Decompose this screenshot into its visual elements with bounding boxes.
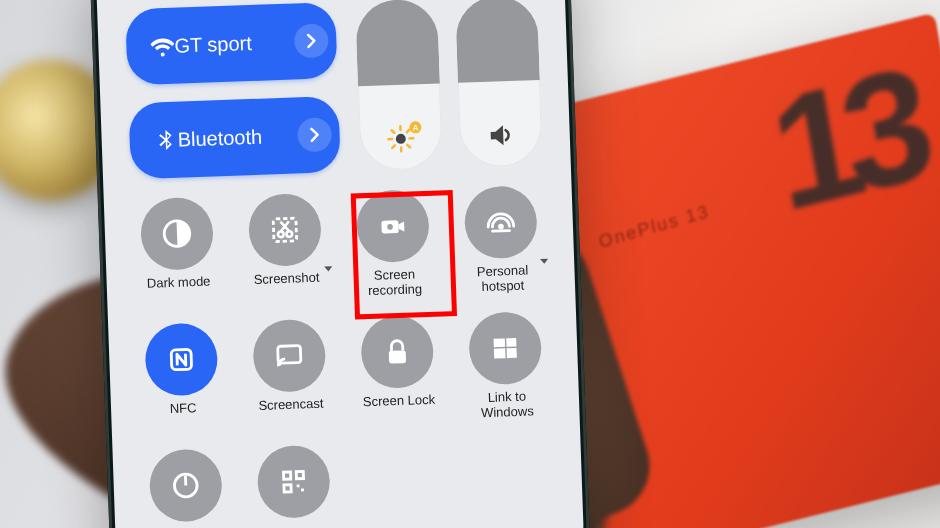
bluetooth-label: Bluetooth: [177, 124, 298, 151]
volume-icon-wrap: [485, 120, 516, 155]
svg-line-6: [407, 145, 410, 148]
tile-personal-hotspot[interactable]: Personal hotspot: [456, 185, 548, 296]
top-row: GT sport Bluetooth: [125, 0, 543, 179]
tile-label: NFC: [169, 401, 197, 432]
brightness-track: [355, 0, 440, 86]
sliders: A: [355, 0, 543, 171]
expand-caret-icon: [324, 266, 332, 271]
wifi-pill[interactable]: GT sport: [125, 2, 338, 85]
wifi-icon: [150, 34, 175, 59]
tile-extra-2[interactable]: [248, 444, 340, 528]
quick-settings-panel: GT sport Bluetooth: [97, 0, 584, 528]
windows-icon: [488, 331, 523, 366]
tile-dark-mode[interactable]: Dark mode: [132, 196, 224, 307]
tile-nfc[interactable]: NFC: [136, 322, 228, 433]
volume-track: [455, 0, 540, 83]
svg-rect-30: [297, 484, 300, 487]
tile-label: [295, 524, 296, 528]
phone-frame: Sat, 18 Jan 29.74 MB used this month GT …: [89, 0, 591, 528]
chevron-right-icon: [299, 28, 324, 53]
svg-rect-20: [389, 350, 406, 363]
nfc-icon: [164, 342, 199, 377]
phone-screen: Sat, 18 Jan 29.74 MB used this month GT …: [95, 0, 585, 528]
svg-line-8: [407, 130, 410, 133]
power-icon: [168, 468, 203, 503]
tile-label: Screen Lock: [363, 393, 436, 426]
svg-rect-31: [301, 488, 304, 491]
volume-slider[interactable]: [455, 0, 543, 168]
svg-rect-21: [494, 338, 506, 347]
tile-screen-recording[interactable]: Screen recording: [348, 189, 440, 300]
svg-rect-29: [284, 485, 291, 492]
svg-rect-24: [507, 348, 517, 358]
bluetooth-pill[interactable]: Bluetooth: [128, 96, 341, 179]
svg-point-11: [278, 231, 284, 237]
tile-screencast[interactable]: Screencast: [244, 318, 336, 429]
cast-icon: [272, 338, 307, 373]
tile-label: Personal hotspot: [477, 263, 529, 295]
tiles-grid: Dark mode Screenshot Screen recording Pe…: [132, 185, 556, 528]
svg-rect-23: [494, 348, 506, 358]
box-brand: OnePlus 13: [597, 201, 712, 253]
svg-line-5: [392, 130, 395, 133]
tile-label: Screen recording: [367, 267, 422, 299]
box-number: 13: [759, 32, 929, 248]
svg-line-7: [392, 145, 395, 148]
tile-label: Screencast: [258, 397, 324, 429]
expand-caret-icon: [540, 259, 548, 264]
svg-rect-22: [506, 338, 516, 347]
bluetooth-icon: [153, 128, 178, 153]
bluetooth-expand-button[interactable]: [297, 117, 332, 152]
tile-screenshot[interactable]: Screenshot: [240, 192, 332, 303]
auto-brightness-badge: A: [409, 121, 421, 133]
wifi-label: GT sport: [174, 30, 295, 57]
speaker-icon: [485, 120, 516, 151]
svg-rect-10: [273, 218, 296, 241]
half-circle-icon: [159, 216, 194, 251]
tile-screen-lock[interactable]: Screen Lock: [352, 315, 444, 426]
svg-rect-16: [491, 229, 511, 233]
tile-label: Dark mode: [147, 275, 212, 307]
tile-label: Screenshot: [254, 271, 321, 303]
hotspot-icon: [483, 205, 518, 240]
brightness-slider[interactable]: A: [355, 0, 443, 171]
svg-point-15: [498, 224, 504, 230]
svg-rect-27: [283, 472, 290, 479]
svg-point-0: [396, 134, 406, 144]
tile-label: Link to Windows: [480, 389, 534, 421]
scene: OnePlus 13 13 Sat, 18 Jan 29.74 MB used …: [0, 0, 940, 528]
brightness-icon-wrap: A: [385, 123, 416, 158]
video-icon: [375, 209, 410, 244]
svg-point-12: [286, 231, 292, 237]
tile-extra-1[interactable]: [141, 448, 233, 528]
tile-link-to-windows[interactable]: Link to Windows: [460, 311, 552, 422]
chevron-right-icon: [302, 122, 327, 147]
lock-icon: [380, 334, 415, 369]
scissors-icon: [267, 212, 302, 247]
wifi-expand-button[interactable]: [294, 23, 329, 58]
qr-icon: [276, 464, 311, 499]
svg-rect-28: [296, 471, 303, 478]
